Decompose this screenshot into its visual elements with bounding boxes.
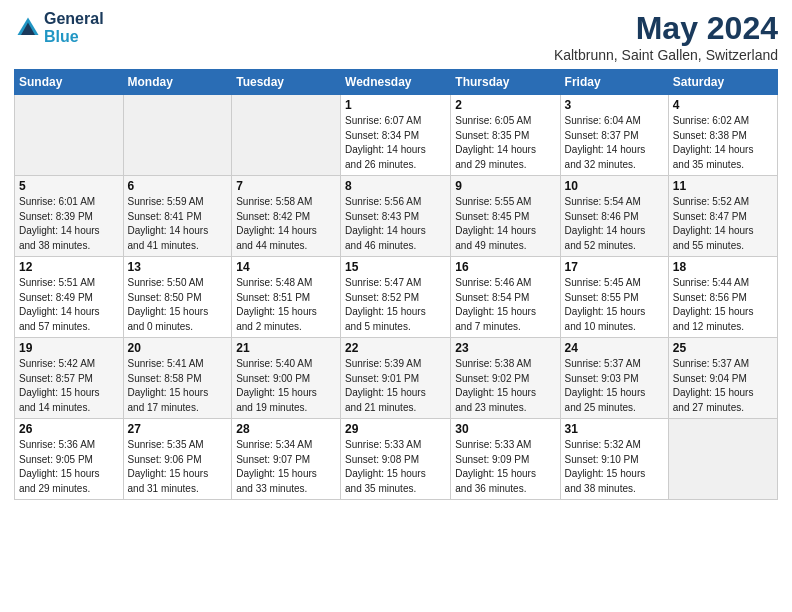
- calendar-cell: [232, 95, 341, 176]
- calendar-cell: 15Sunrise: 5:47 AM Sunset: 8:52 PM Dayli…: [341, 257, 451, 338]
- day-number: 13: [128, 260, 228, 274]
- calendar-cell: [15, 95, 124, 176]
- day-info: Sunrise: 5:32 AM Sunset: 9:10 PM Dayligh…: [565, 438, 664, 496]
- calendar-cell: 9Sunrise: 5:55 AM Sunset: 8:45 PM Daylig…: [451, 176, 560, 257]
- day-number: 31: [565, 422, 664, 436]
- day-info: Sunrise: 5:33 AM Sunset: 9:09 PM Dayligh…: [455, 438, 555, 496]
- calendar-cell: 3Sunrise: 6:04 AM Sunset: 8:37 PM Daylig…: [560, 95, 668, 176]
- day-number: 30: [455, 422, 555, 436]
- calendar-cell: 24Sunrise: 5:37 AM Sunset: 9:03 PM Dayli…: [560, 338, 668, 419]
- calendar-cell: 23Sunrise: 5:38 AM Sunset: 9:02 PM Dayli…: [451, 338, 560, 419]
- day-info: Sunrise: 5:40 AM Sunset: 9:00 PM Dayligh…: [236, 357, 336, 415]
- calendar-cell: 20Sunrise: 5:41 AM Sunset: 8:58 PM Dayli…: [123, 338, 232, 419]
- calendar-cell: [123, 95, 232, 176]
- day-number: 29: [345, 422, 446, 436]
- day-info: Sunrise: 5:37 AM Sunset: 9:04 PM Dayligh…: [673, 357, 773, 415]
- calendar-cell: 18Sunrise: 5:44 AM Sunset: 8:56 PM Dayli…: [668, 257, 777, 338]
- week-row-0: 1Sunrise: 6:07 AM Sunset: 8:34 PM Daylig…: [15, 95, 778, 176]
- day-info: Sunrise: 5:42 AM Sunset: 8:57 PM Dayligh…: [19, 357, 119, 415]
- week-row-3: 19Sunrise: 5:42 AM Sunset: 8:57 PM Dayli…: [15, 338, 778, 419]
- day-number: 12: [19, 260, 119, 274]
- day-info: Sunrise: 5:39 AM Sunset: 9:01 PM Dayligh…: [345, 357, 446, 415]
- day-info: Sunrise: 5:52 AM Sunset: 8:47 PM Dayligh…: [673, 195, 773, 253]
- logo: General Blue: [14, 10, 104, 46]
- day-info: Sunrise: 5:46 AM Sunset: 8:54 PM Dayligh…: [455, 276, 555, 334]
- day-number: 19: [19, 341, 119, 355]
- day-info: Sunrise: 5:48 AM Sunset: 8:51 PM Dayligh…: [236, 276, 336, 334]
- calendar-cell: 4Sunrise: 6:02 AM Sunset: 8:38 PM Daylig…: [668, 95, 777, 176]
- day-info: Sunrise: 5:56 AM Sunset: 8:43 PM Dayligh…: [345, 195, 446, 253]
- day-info: Sunrise: 5:41 AM Sunset: 8:58 PM Dayligh…: [128, 357, 228, 415]
- week-row-1: 5Sunrise: 6:01 AM Sunset: 8:39 PM Daylig…: [15, 176, 778, 257]
- header-day-friday: Friday: [560, 70, 668, 95]
- day-number: 16: [455, 260, 555, 274]
- day-info: Sunrise: 5:34 AM Sunset: 9:07 PM Dayligh…: [236, 438, 336, 496]
- header-day-wednesday: Wednesday: [341, 70, 451, 95]
- day-number: 11: [673, 179, 773, 193]
- day-number: 24: [565, 341, 664, 355]
- calendar-cell: 10Sunrise: 5:54 AM Sunset: 8:46 PM Dayli…: [560, 176, 668, 257]
- calendar-cell: 6Sunrise: 5:59 AM Sunset: 8:41 PM Daylig…: [123, 176, 232, 257]
- calendar-cell: [668, 419, 777, 500]
- day-info: Sunrise: 5:38 AM Sunset: 9:02 PM Dayligh…: [455, 357, 555, 415]
- day-number: 15: [345, 260, 446, 274]
- calendar-cell: 5Sunrise: 6:01 AM Sunset: 8:39 PM Daylig…: [15, 176, 124, 257]
- day-info: Sunrise: 5:47 AM Sunset: 8:52 PM Dayligh…: [345, 276, 446, 334]
- header: General Blue May 2024 Kaltbrunn, Saint G…: [14, 10, 778, 63]
- header-day-saturday: Saturday: [668, 70, 777, 95]
- day-number: 28: [236, 422, 336, 436]
- day-number: 26: [19, 422, 119, 436]
- week-row-2: 12Sunrise: 5:51 AM Sunset: 8:49 PM Dayli…: [15, 257, 778, 338]
- calendar-cell: 2Sunrise: 6:05 AM Sunset: 8:35 PM Daylig…: [451, 95, 560, 176]
- day-number: 8: [345, 179, 446, 193]
- logo-text: General Blue: [44, 10, 104, 46]
- calendar-cell: 14Sunrise: 5:48 AM Sunset: 8:51 PM Dayli…: [232, 257, 341, 338]
- calendar-cell: 21Sunrise: 5:40 AM Sunset: 9:00 PM Dayli…: [232, 338, 341, 419]
- calendar-cell: 19Sunrise: 5:42 AM Sunset: 8:57 PM Dayli…: [15, 338, 124, 419]
- day-info: Sunrise: 5:59 AM Sunset: 8:41 PM Dayligh…: [128, 195, 228, 253]
- calendar-cell: 13Sunrise: 5:50 AM Sunset: 8:50 PM Dayli…: [123, 257, 232, 338]
- day-number: 18: [673, 260, 773, 274]
- page-container: General Blue May 2024 Kaltbrunn, Saint G…: [0, 0, 792, 510]
- calendar-header-row: SundayMondayTuesdayWednesdayThursdayFrid…: [15, 70, 778, 95]
- header-day-sunday: Sunday: [15, 70, 124, 95]
- main-title: May 2024: [554, 10, 778, 47]
- day-info: Sunrise: 5:45 AM Sunset: 8:55 PM Dayligh…: [565, 276, 664, 334]
- header-day-monday: Monday: [123, 70, 232, 95]
- day-number: 21: [236, 341, 336, 355]
- calendar-cell: 17Sunrise: 5:45 AM Sunset: 8:55 PM Dayli…: [560, 257, 668, 338]
- day-number: 23: [455, 341, 555, 355]
- week-row-4: 26Sunrise: 5:36 AM Sunset: 9:05 PM Dayli…: [15, 419, 778, 500]
- day-number: 1: [345, 98, 446, 112]
- day-number: 20: [128, 341, 228, 355]
- day-number: 4: [673, 98, 773, 112]
- day-info: Sunrise: 6:05 AM Sunset: 8:35 PM Dayligh…: [455, 114, 555, 172]
- day-number: 2: [455, 98, 555, 112]
- day-info: Sunrise: 6:07 AM Sunset: 8:34 PM Dayligh…: [345, 114, 446, 172]
- calendar-cell: 28Sunrise: 5:34 AM Sunset: 9:07 PM Dayli…: [232, 419, 341, 500]
- calendar-cell: 26Sunrise: 5:36 AM Sunset: 9:05 PM Dayli…: [15, 419, 124, 500]
- header-day-tuesday: Tuesday: [232, 70, 341, 95]
- calendar-cell: 16Sunrise: 5:46 AM Sunset: 8:54 PM Dayli…: [451, 257, 560, 338]
- day-info: Sunrise: 5:44 AM Sunset: 8:56 PM Dayligh…: [673, 276, 773, 334]
- calendar-table: SundayMondayTuesdayWednesdayThursdayFrid…: [14, 69, 778, 500]
- calendar-cell: 8Sunrise: 5:56 AM Sunset: 8:43 PM Daylig…: [341, 176, 451, 257]
- day-info: Sunrise: 6:04 AM Sunset: 8:37 PM Dayligh…: [565, 114, 664, 172]
- day-info: Sunrise: 5:51 AM Sunset: 8:49 PM Dayligh…: [19, 276, 119, 334]
- calendar-cell: 25Sunrise: 5:37 AM Sunset: 9:04 PM Dayli…: [668, 338, 777, 419]
- calendar-cell: 7Sunrise: 5:58 AM Sunset: 8:42 PM Daylig…: [232, 176, 341, 257]
- day-number: 10: [565, 179, 664, 193]
- day-number: 3: [565, 98, 664, 112]
- day-info: Sunrise: 5:55 AM Sunset: 8:45 PM Dayligh…: [455, 195, 555, 253]
- header-day-thursday: Thursday: [451, 70, 560, 95]
- day-number: 22: [345, 341, 446, 355]
- logo-icon: [14, 14, 42, 42]
- day-info: Sunrise: 6:01 AM Sunset: 8:39 PM Dayligh…: [19, 195, 119, 253]
- title-block: May 2024 Kaltbrunn, Saint Gallen, Switze…: [554, 10, 778, 63]
- calendar-cell: 22Sunrise: 5:39 AM Sunset: 9:01 PM Dayli…: [341, 338, 451, 419]
- day-info: Sunrise: 5:54 AM Sunset: 8:46 PM Dayligh…: [565, 195, 664, 253]
- day-number: 25: [673, 341, 773, 355]
- day-info: Sunrise: 5:37 AM Sunset: 9:03 PM Dayligh…: [565, 357, 664, 415]
- calendar-cell: 27Sunrise: 5:35 AM Sunset: 9:06 PM Dayli…: [123, 419, 232, 500]
- day-number: 6: [128, 179, 228, 193]
